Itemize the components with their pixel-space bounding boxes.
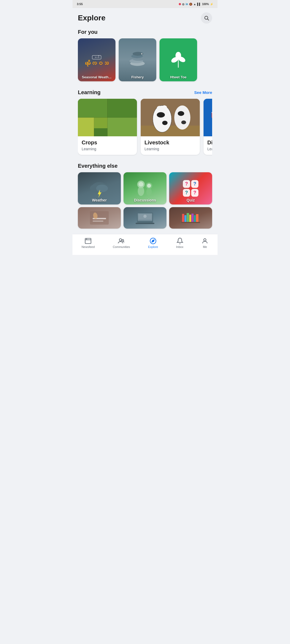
- svg-rect-68: [191, 214, 194, 222]
- livestock-image: [141, 99, 200, 136]
- card-discussions[interactable]: Discussions: [124, 172, 166, 204]
- digital-info: Digital Learning: [204, 136, 212, 155]
- pinterest-icon: ⊕: [179, 2, 181, 6]
- svg-marker-77: [152, 240, 154, 242]
- card-livestock-learning[interactable]: Livestock Learning: [141, 99, 200, 155]
- nav-me[interactable]: Me: [198, 236, 212, 250]
- nav-inbox-label: Inbox: [176, 245, 183, 248]
- wifi-icon: ▲: [193, 3, 196, 6]
- card-htwet-toe[interactable]: Htwet Toe: [160, 38, 197, 81]
- everything-else-header: Everything else: [78, 163, 212, 169]
- svg-point-50: [138, 186, 144, 196]
- card-quiz[interactable]: ? ? ? ? Quiz: [169, 172, 212, 204]
- quiz-bottom-row: ? ?: [183, 189, 198, 197]
- livestock-info: Livestock Learning: [141, 136, 200, 155]
- svg-point-29: [178, 111, 184, 116]
- nav-communities-label: Communities: [113, 245, 130, 248]
- svg-rect-65: [184, 215, 186, 222]
- laptop-svg: [134, 210, 156, 226]
- card-weather[interactable]: Weather: [78, 172, 121, 204]
- digital-image: [204, 99, 212, 136]
- crops-info: Crops Learning: [78, 136, 137, 155]
- quiz-label: Quiz: [169, 198, 212, 202]
- nav-inbox[interactable]: Inbox: [173, 236, 187, 250]
- svg-rect-63: [181, 222, 200, 223]
- card-seasonal-weather[interactable]: သတိ မိုးလေဝသ Seasonal Weath...: [78, 38, 115, 81]
- fish-icon: [125, 38, 150, 81]
- svg-rect-17: [94, 118, 107, 128]
- explore-icon: [150, 237, 157, 244]
- header: Explore: [73, 8, 218, 26]
- nav-explore[interactable]: Explore: [145, 236, 161, 250]
- camera-icon: ◎: [182, 3, 184, 6]
- status-time: 3:55: [77, 2, 83, 6]
- nav-newsfeed-label: Newsfeed: [82, 245, 95, 248]
- quiz-q2: ?: [191, 180, 198, 188]
- card-newspaper[interactable]: [78, 207, 121, 229]
- status-bar: 3:55 ⊕ ◎ in 🔕 ▲ ▌▌ 100% ⚡: [73, 0, 218, 8]
- livestock-title: Livestock: [144, 140, 196, 146]
- me-icon: [201, 237, 208, 244]
- svg-point-53: [146, 188, 152, 196]
- svg-point-52: [147, 184, 151, 188]
- card-laptop[interactable]: [124, 207, 166, 229]
- nav-newsfeed[interactable]: Newsfeed: [78, 236, 98, 250]
- learning-header: Learning See More: [78, 89, 212, 96]
- livestock-subtitle: Learning: [144, 147, 196, 151]
- svg-point-12: [176, 52, 181, 59]
- status-icons: ⊕ ◎ in 🔕 ▲ ▌▌ 100% ⚡: [179, 2, 213, 6]
- nav-communities[interactable]: Communities: [110, 236, 133, 250]
- crops-title: Crops: [82, 140, 133, 146]
- card-digital-learning[interactable]: Digital Learning: [204, 99, 212, 155]
- nav-me-label: Me: [203, 245, 207, 248]
- svg-rect-70: [196, 214, 198, 222]
- svg-point-28: [174, 105, 190, 130]
- crops-image: [78, 99, 137, 136]
- crops-field-svg: [78, 99, 137, 136]
- for-you-header: For you: [78, 29, 212, 35]
- charging-icon: ⚡: [210, 3, 213, 6]
- livestock-svg: [141, 99, 200, 136]
- svg-point-27: [162, 121, 168, 125]
- card-fishery[interactable]: Fishery: [119, 38, 156, 81]
- digital-subtitle: Learning: [207, 147, 212, 151]
- card-seasonal-bg: သတိ မိုးလေဝသ: [78, 38, 115, 81]
- for-you-scroll[interactable]: သတိ မိုးလေဝသ Seasonal Weath...: [78, 38, 212, 83]
- laptop-bg: [124, 207, 166, 229]
- svg-rect-42: [212, 112, 212, 118]
- card-crops-learning[interactable]: Crops Learning: [78, 99, 137, 155]
- card-library[interactable]: [169, 207, 212, 229]
- everything-else-section: Everything else Weather: [73, 160, 218, 234]
- learning-section: Learning See More: [73, 87, 218, 158]
- svg-point-78: [204, 239, 206, 241]
- svg-rect-67: [189, 215, 191, 222]
- newspaper-svg: [89, 210, 110, 226]
- newspaper-bg: [78, 207, 121, 229]
- svg-point-30: [181, 120, 186, 124]
- search-button[interactable]: [201, 12, 212, 24]
- digital-svg: [204, 99, 212, 136]
- quiz-q4: ?: [191, 189, 198, 197]
- svg-point-46: [96, 185, 108, 192]
- discussions-label: Discussions: [124, 198, 166, 202]
- svg-point-8: [142, 54, 142, 54]
- newsfeed-icon: [85, 237, 92, 244]
- htwet-toe-label: Htwet Toe: [160, 75, 197, 79]
- digital-title: Digital: [207, 140, 212, 146]
- learning-scroll[interactable]: Crops Learning: [78, 99, 212, 156]
- everything-top-grid: Weather Discussions: [78, 172, 212, 204]
- learning-title: Learning: [78, 89, 100, 96]
- library-bg: [169, 207, 212, 229]
- bottom-nav: Newsfeed Communities Explore Inbox Me: [73, 234, 218, 255]
- myanmar-line2: မိုးလေဝသ: [85, 60, 108, 67]
- myanmar-content: သတိ မိုးလေဝသ: [85, 38, 108, 81]
- everything-else-title: Everything else: [78, 163, 118, 169]
- svg-point-75: [122, 240, 124, 241]
- weather-label: Weather: [78, 198, 121, 202]
- see-more-button[interactable]: See More: [194, 90, 212, 95]
- seasonal-weather-label: Seasonal Weath...: [78, 75, 115, 79]
- library-svg: [180, 210, 201, 226]
- fish-svg: [125, 48, 150, 72]
- svg-rect-33: [204, 99, 212, 136]
- search-icon: [204, 15, 209, 21]
